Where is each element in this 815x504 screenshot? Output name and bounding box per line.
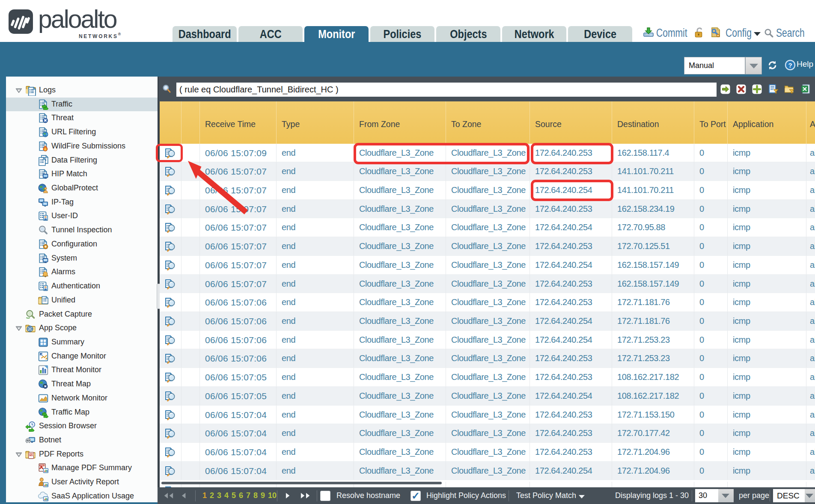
svg-text:PDF: PDF <box>40 464 44 466</box>
svg-text:PDF: PDF <box>30 454 34 456</box>
svg-text:?: ? <box>788 62 792 69</box>
